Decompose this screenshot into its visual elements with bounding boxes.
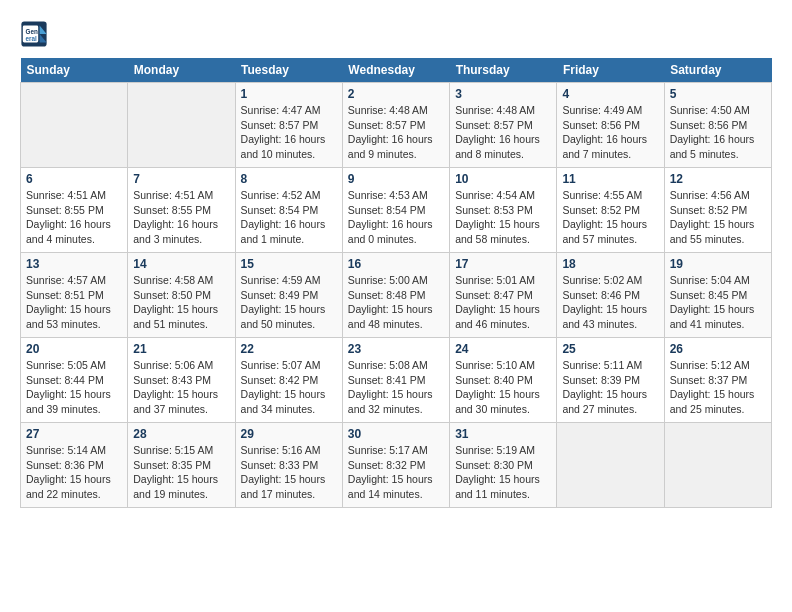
day-number: 16 bbox=[348, 257, 444, 271]
logo: Gen eral bbox=[20, 20, 52, 48]
day-number: 2 bbox=[348, 87, 444, 101]
weekday-header: Tuesday bbox=[235, 58, 342, 83]
weekday-header-row: SundayMondayTuesdayWednesdayThursdayFrid… bbox=[21, 58, 772, 83]
calendar-cell: 22Sunrise: 5:07 AMSunset: 8:42 PMDayligh… bbox=[235, 338, 342, 423]
calendar-cell: 20Sunrise: 5:05 AMSunset: 8:44 PMDayligh… bbox=[21, 338, 128, 423]
day-number: 31 bbox=[455, 427, 551, 441]
day-number: 8 bbox=[241, 172, 337, 186]
calendar-cell: 17Sunrise: 5:01 AMSunset: 8:47 PMDayligh… bbox=[450, 253, 557, 338]
calendar-cell: 6Sunrise: 4:51 AMSunset: 8:55 PMDaylight… bbox=[21, 168, 128, 253]
calendar-cell: 21Sunrise: 5:06 AMSunset: 8:43 PMDayligh… bbox=[128, 338, 235, 423]
calendar-cell: 13Sunrise: 4:57 AMSunset: 8:51 PMDayligh… bbox=[21, 253, 128, 338]
day-detail: Sunrise: 5:15 AMSunset: 8:35 PMDaylight:… bbox=[133, 443, 229, 502]
calendar-cell: 15Sunrise: 4:59 AMSunset: 8:49 PMDayligh… bbox=[235, 253, 342, 338]
calendar-cell: 3Sunrise: 4:48 AMSunset: 8:57 PMDaylight… bbox=[450, 83, 557, 168]
day-number: 3 bbox=[455, 87, 551, 101]
weekday-header: Wednesday bbox=[342, 58, 449, 83]
day-detail: Sunrise: 5:06 AMSunset: 8:43 PMDaylight:… bbox=[133, 358, 229, 417]
calendar-cell bbox=[21, 83, 128, 168]
calendar-cell: 12Sunrise: 4:56 AMSunset: 8:52 PMDayligh… bbox=[664, 168, 771, 253]
day-number: 20 bbox=[26, 342, 122, 356]
day-detail: Sunrise: 5:14 AMSunset: 8:36 PMDaylight:… bbox=[26, 443, 122, 502]
day-detail: Sunrise: 5:16 AMSunset: 8:33 PMDaylight:… bbox=[241, 443, 337, 502]
day-number: 15 bbox=[241, 257, 337, 271]
day-detail: Sunrise: 4:54 AMSunset: 8:53 PMDaylight:… bbox=[455, 188, 551, 247]
calendar-cell: 27Sunrise: 5:14 AMSunset: 8:36 PMDayligh… bbox=[21, 423, 128, 508]
calendar-week-row: 6Sunrise: 4:51 AMSunset: 8:55 PMDaylight… bbox=[21, 168, 772, 253]
day-number: 25 bbox=[562, 342, 658, 356]
day-number: 24 bbox=[455, 342, 551, 356]
calendar-cell bbox=[128, 83, 235, 168]
day-number: 4 bbox=[562, 87, 658, 101]
calendar-cell: 2Sunrise: 4:48 AMSunset: 8:57 PMDaylight… bbox=[342, 83, 449, 168]
day-number: 1 bbox=[241, 87, 337, 101]
day-number: 17 bbox=[455, 257, 551, 271]
svg-text:eral: eral bbox=[26, 35, 37, 42]
day-detail: Sunrise: 4:59 AMSunset: 8:49 PMDaylight:… bbox=[241, 273, 337, 332]
day-number: 19 bbox=[670, 257, 766, 271]
day-number: 18 bbox=[562, 257, 658, 271]
day-number: 29 bbox=[241, 427, 337, 441]
day-detail: Sunrise: 4:56 AMSunset: 8:52 PMDaylight:… bbox=[670, 188, 766, 247]
calendar-cell: 23Sunrise: 5:08 AMSunset: 8:41 PMDayligh… bbox=[342, 338, 449, 423]
calendar-cell: 9Sunrise: 4:53 AMSunset: 8:54 PMDaylight… bbox=[342, 168, 449, 253]
day-number: 30 bbox=[348, 427, 444, 441]
day-number: 9 bbox=[348, 172, 444, 186]
day-detail: Sunrise: 4:50 AMSunset: 8:56 PMDaylight:… bbox=[670, 103, 766, 162]
day-number: 22 bbox=[241, 342, 337, 356]
day-detail: Sunrise: 4:48 AMSunset: 8:57 PMDaylight:… bbox=[348, 103, 444, 162]
day-number: 27 bbox=[26, 427, 122, 441]
day-number: 14 bbox=[133, 257, 229, 271]
day-detail: Sunrise: 4:51 AMSunset: 8:55 PMDaylight:… bbox=[26, 188, 122, 247]
logo-icon: Gen eral bbox=[20, 20, 48, 48]
day-detail: Sunrise: 5:10 AMSunset: 8:40 PMDaylight:… bbox=[455, 358, 551, 417]
day-detail: Sunrise: 4:48 AMSunset: 8:57 PMDaylight:… bbox=[455, 103, 551, 162]
calendar-cell: 8Sunrise: 4:52 AMSunset: 8:54 PMDaylight… bbox=[235, 168, 342, 253]
weekday-header: Friday bbox=[557, 58, 664, 83]
day-detail: Sunrise: 5:17 AMSunset: 8:32 PMDaylight:… bbox=[348, 443, 444, 502]
day-detail: Sunrise: 5:07 AMSunset: 8:42 PMDaylight:… bbox=[241, 358, 337, 417]
weekday-header: Saturday bbox=[664, 58, 771, 83]
day-detail: Sunrise: 5:04 AMSunset: 8:45 PMDaylight:… bbox=[670, 273, 766, 332]
calendar-cell: 29Sunrise: 5:16 AMSunset: 8:33 PMDayligh… bbox=[235, 423, 342, 508]
day-number: 26 bbox=[670, 342, 766, 356]
calendar-cell: 28Sunrise: 5:15 AMSunset: 8:35 PMDayligh… bbox=[128, 423, 235, 508]
day-number: 21 bbox=[133, 342, 229, 356]
calendar-week-row: 27Sunrise: 5:14 AMSunset: 8:36 PMDayligh… bbox=[21, 423, 772, 508]
day-number: 28 bbox=[133, 427, 229, 441]
calendar-cell: 31Sunrise: 5:19 AMSunset: 8:30 PMDayligh… bbox=[450, 423, 557, 508]
day-number: 5 bbox=[670, 87, 766, 101]
weekday-header: Thursday bbox=[450, 58, 557, 83]
day-detail: Sunrise: 5:12 AMSunset: 8:37 PMDaylight:… bbox=[670, 358, 766, 417]
calendar-week-row: 20Sunrise: 5:05 AMSunset: 8:44 PMDayligh… bbox=[21, 338, 772, 423]
day-detail: Sunrise: 5:19 AMSunset: 8:30 PMDaylight:… bbox=[455, 443, 551, 502]
day-number: 13 bbox=[26, 257, 122, 271]
calendar-cell: 14Sunrise: 4:58 AMSunset: 8:50 PMDayligh… bbox=[128, 253, 235, 338]
day-number: 23 bbox=[348, 342, 444, 356]
calendar-cell: 16Sunrise: 5:00 AMSunset: 8:48 PMDayligh… bbox=[342, 253, 449, 338]
day-detail: Sunrise: 4:51 AMSunset: 8:55 PMDaylight:… bbox=[133, 188, 229, 247]
calendar-cell: 30Sunrise: 5:17 AMSunset: 8:32 PMDayligh… bbox=[342, 423, 449, 508]
day-detail: Sunrise: 5:08 AMSunset: 8:41 PMDaylight:… bbox=[348, 358, 444, 417]
day-number: 11 bbox=[562, 172, 658, 186]
day-number: 10 bbox=[455, 172, 551, 186]
calendar-cell: 5Sunrise: 4:50 AMSunset: 8:56 PMDaylight… bbox=[664, 83, 771, 168]
day-detail: Sunrise: 4:58 AMSunset: 8:50 PMDaylight:… bbox=[133, 273, 229, 332]
calendar-week-row: 1Sunrise: 4:47 AMSunset: 8:57 PMDaylight… bbox=[21, 83, 772, 168]
weekday-header: Monday bbox=[128, 58, 235, 83]
day-detail: Sunrise: 4:52 AMSunset: 8:54 PMDaylight:… bbox=[241, 188, 337, 247]
day-detail: Sunrise: 5:02 AMSunset: 8:46 PMDaylight:… bbox=[562, 273, 658, 332]
svg-text:Gen: Gen bbox=[26, 28, 38, 35]
day-number: 7 bbox=[133, 172, 229, 186]
calendar-cell: 24Sunrise: 5:10 AMSunset: 8:40 PMDayligh… bbox=[450, 338, 557, 423]
calendar-cell: 25Sunrise: 5:11 AMSunset: 8:39 PMDayligh… bbox=[557, 338, 664, 423]
weekday-header: Sunday bbox=[21, 58, 128, 83]
day-number: 12 bbox=[670, 172, 766, 186]
calendar-cell: 4Sunrise: 4:49 AMSunset: 8:56 PMDaylight… bbox=[557, 83, 664, 168]
day-number: 6 bbox=[26, 172, 122, 186]
day-detail: Sunrise: 5:01 AMSunset: 8:47 PMDaylight:… bbox=[455, 273, 551, 332]
calendar-cell: 19Sunrise: 5:04 AMSunset: 8:45 PMDayligh… bbox=[664, 253, 771, 338]
day-detail: Sunrise: 5:11 AMSunset: 8:39 PMDaylight:… bbox=[562, 358, 658, 417]
day-detail: Sunrise: 4:49 AMSunset: 8:56 PMDaylight:… bbox=[562, 103, 658, 162]
day-detail: Sunrise: 4:47 AMSunset: 8:57 PMDaylight:… bbox=[241, 103, 337, 162]
